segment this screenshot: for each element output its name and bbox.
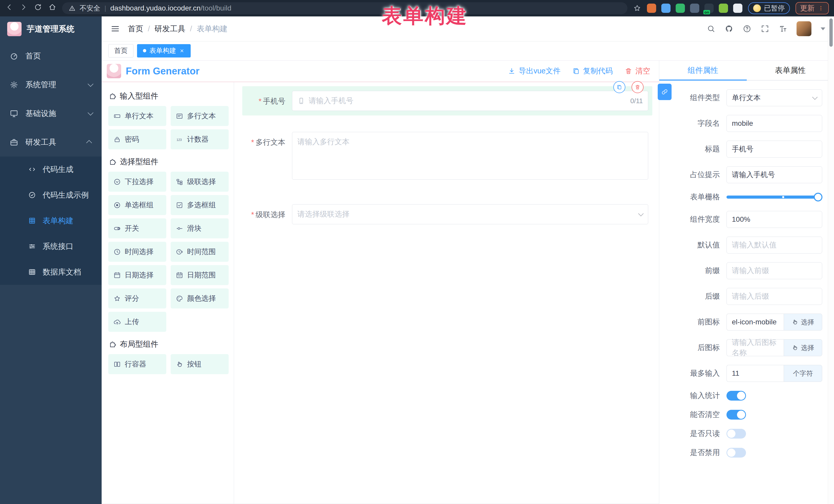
toggle-能否清空[interactable] [726,410,746,420]
page-scrollbar[interactable] [828,17,834,504]
component-单选框组[interactable]: 单选框组 [108,195,166,215]
duplicate-field-button[interactable] [613,81,626,93]
component-开关[interactable]: 开关 [108,218,166,238]
sidebar-subitem-代码生成[interactable]: 代码生成 [0,156,102,182]
bookmark-star-icon[interactable] [633,4,641,12]
icon-select-button[interactable]: 选择 [784,339,822,356]
component-多选框组[interactable]: 多选框组 [171,195,229,215]
canvas-field-手机号[interactable]: *手机号请输入手机号0/11 [242,86,652,115]
toolbar-clear-button[interactable]: 清空 [624,66,650,76]
section-title-text: 选择型组件 [120,156,158,167]
toggle-是否只读[interactable] [726,429,746,439]
component-日期选择[interactable]: 日期选择 [108,265,166,285]
sidebar-subitem-系统接口[interactable]: 系统接口 [0,234,102,259]
delete-field-button[interactable] [632,81,643,93]
toggle-是否禁用[interactable] [726,448,746,458]
close-icon[interactable] [179,48,185,53]
property-input[interactable]: mobile [726,115,822,132]
toolbar-copy-code-button[interactable]: 复制代码 [572,66,613,76]
app-logo[interactable]: 芋道管理系统 [0,17,102,42]
navbar-help-button[interactable] [743,24,751,33]
property-input[interactable]: 请输入前缀 [726,262,822,279]
component-滑块[interactable]: 滑块 [171,218,229,238]
emoji-extension-icon [753,4,761,12]
navbar-icon-group [707,24,787,33]
component-计数器[interactable]: 123计数器 [171,129,229,149]
property-input[interactable]: 请输入后图标名称 [726,339,784,356]
tab-form-props[interactable]: 表单属性 [747,61,834,80]
component-日期范围[interactable]: 日期范围 [171,265,229,285]
canvas-field-级联选择[interactable]: *级联选择请选择级联选择 [242,200,652,229]
component-上传[interactable]: 上传 [108,312,166,332]
browser-back-button[interactable] [5,3,13,13]
component-级联选择[interactable]: 级联选择 [171,172,229,192]
browser-reload-button[interactable] [34,3,42,13]
sidebar-subitem-数据库文档[interactable]: 数据库文档 [0,259,102,285]
sidebar-item-home[interactable]: 首页 [0,42,102,70]
address-bar[interactable]: 不安全 | dashboard.yudao.iocoder.cn/tool/bu… [62,2,628,14]
extension-icon[interactable] [676,4,685,13]
scrollbar-thumb[interactable] [829,19,833,47]
component-颜色选择[interactable]: 颜色选择 [171,288,229,308]
property-input[interactable]: 11 [726,365,784,382]
copy-icon [572,67,580,75]
component-下拉选择[interactable]: 下拉选择 [108,172,166,192]
component-行容器[interactable]: 行容器 [108,354,166,374]
extension-icon[interactable] [733,4,742,13]
component-密码[interactable]: 密码 [108,129,166,149]
user-avatar[interactable] [796,21,811,36]
browser-forward-button[interactable] [20,3,28,13]
sidebar-item-infra[interactable]: 基础设施 [0,99,102,128]
navbar-github-button[interactable] [725,24,733,33]
text-input[interactable]: 请输入手机号0/11 [292,91,648,111]
property-row-前缀: 前缀请输入前缀 [665,262,822,279]
icon-select-button[interactable]: 选择 [784,313,822,330]
sidebar-subitem-表单构建[interactable]: 表单构建 [0,208,102,234]
browser-home-button[interactable] [48,3,57,13]
breadcrumb-item-tools[interactable]: 研发工具 [154,24,185,34]
property-input[interactable]: 请输入默认值 [726,237,822,254]
breadcrumb-item-home[interactable]: 首页 [128,24,143,34]
toggle-输入统计[interactable] [726,391,746,400]
slider-handle[interactable] [814,193,822,201]
canvas-field-多行文本[interactable]: *多行文本请输入多行文本 [242,127,652,184]
textarea-input[interactable]: 请输入多行文本 [292,132,648,180]
paused-extension-badge[interactable]: 已暂停 [748,2,790,14]
extension-icon[interactable] [647,4,656,13]
property-input[interactable]: 请输入手机号 [726,166,822,183]
property-input[interactable]: 100% [726,211,822,228]
extension-icon[interactable]: on [704,4,714,13]
extension-icon[interactable] [661,4,671,13]
extension-icon[interactable] [690,4,699,13]
component-评分[interactable]: 评分 [108,288,166,308]
component-多行文本[interactable]: 多行文本 [171,106,229,126]
sidebar-subitem-代码生成示例[interactable]: 代码生成示例 [0,182,102,208]
tab-component-props[interactable]: 组件属性 [659,61,747,80]
component-时间选择[interactable]: 时间选择 [108,242,166,262]
tag-表单构建[interactable]: 表单构建 [137,44,191,58]
navbar-fontsize-button[interactable] [778,24,787,33]
form-grid-slider[interactable] [726,196,818,199]
toolbar-export-vue-button[interactable]: 导出vue文件 [508,66,561,76]
chevron-down-icon[interactable] [821,27,825,30]
drawing-board[interactable]: *手机号请输入手机号0/11*多行文本请输入多行文本*级联选择请选择级联选择 [234,82,659,504]
sidebar-item-devtools[interactable]: 研发工具 [0,128,102,156]
navbar-search-button[interactable] [707,24,716,33]
browser-update-button[interactable]: 更新 [795,2,829,14]
property-input[interactable]: 请输入后缀 [726,288,822,305]
data-link-button[interactable] [658,84,672,100]
sidebar-collapse-icon[interactable] [110,24,120,34]
select-input[interactable]: 请选择级联选择 [292,204,648,224]
component-按钮[interactable]: 按钮 [171,354,229,374]
component-时间范围[interactable]: 时间范围 [171,242,229,262]
navbar-fullscreen-button[interactable] [761,24,769,33]
input-placeholder: 请输入默认值 [732,240,776,250]
component-单行文本[interactable]: 单行文本 [108,106,166,126]
sidebar-item-system[interactable]: 系统管理 [0,70,102,99]
badge-check-icon [28,191,36,199]
property-input[interactable]: el-icon-mobile [726,313,784,330]
extension-icon[interactable] [719,4,728,13]
property-input[interactable]: 手机号 [726,140,822,158]
tag-首页[interactable]: 首页 [108,44,133,58]
property-select[interactable]: 单行文本 [726,89,822,106]
